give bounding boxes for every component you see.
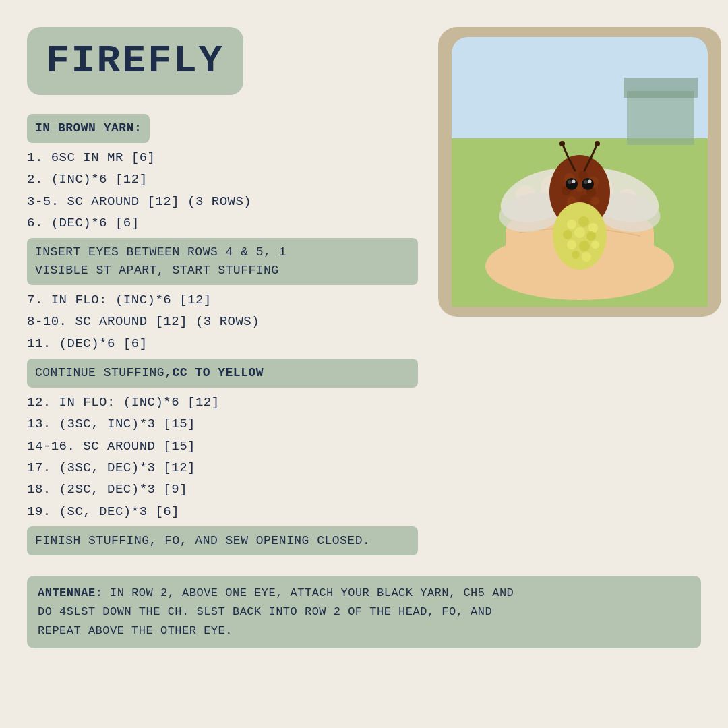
svg-point-41 — [567, 240, 576, 249]
svg-point-33 — [595, 141, 600, 146]
left-column: FIREFLY IN BROWN YARN: 1. 6SC IN MR [6] … — [27, 27, 418, 559]
svg-point-45 — [582, 252, 591, 262]
right-column — [438, 27, 721, 559]
firefly-illustration — [452, 37, 708, 307]
svg-point-44 — [572, 251, 580, 259]
page-title: FIREFLY — [46, 39, 224, 83]
continue-stuffing-text: CONTINUE STUFFING, — [35, 364, 172, 382]
svg-point-42 — [579, 241, 590, 251]
bottom-section: ANTENNAE: IN ROW 2, ABOVE ONE EYE, ATTAC… — [27, 576, 701, 648]
eyes-instruction: INSERT EYES BETWEEN ROWS 4 & 5, 1 VISIBL… — [35, 245, 286, 277]
svg-point-37 — [588, 223, 598, 233]
svg-point-28 — [568, 180, 572, 184]
page-container: FIREFLY IN BROWN YARN: 1. 6SC IN MR [6] … — [0, 0, 728, 728]
brown-yarn-label: IN BROWN YARN: — [35, 121, 142, 135]
antennae-box: ANTENNAE: IN ROW 2, ABOVE ONE EYE, ATTAC… — [27, 576, 701, 648]
svg-point-31 — [588, 180, 592, 183]
step-6: 7. IN FLO: (INC)*6 [12] — [27, 289, 418, 311]
firefly-photo — [438, 27, 721, 317]
svg-point-30 — [572, 180, 576, 183]
step-8: 11. (DEC)*6 [6] — [27, 333, 418, 355]
svg-point-38 — [563, 230, 572, 239]
step-13: 17. (3SC, DEC)*3 [12] — [27, 457, 418, 479]
svg-rect-4 — [624, 78, 698, 98]
step-3: 3-5. SC AROUND [12] (3 ROWS) — [27, 191, 418, 212]
cc-yellow-highlight: CONTINUE STUFFING, CC TO YELLOW — [27, 359, 418, 388]
step-10: 12. IN FLO: (INC)*6 [12] — [27, 392, 418, 413]
svg-rect-3 — [627, 91, 694, 145]
finish-highlight: FINISH STUFFING, FO, AND SEW OPENING CLO… — [27, 526, 418, 555]
top-section: FIREFLY IN BROWN YARN: 1. 6SC IN MR [6] … — [27, 27, 701, 559]
svg-point-43 — [591, 241, 599, 249]
svg-point-29 — [584, 180, 588, 184]
step-4: 6. (DEC)*6 [6] — [27, 212, 418, 234]
eyes-highlight: INSERT EYES BETWEEN ROWS 4 & 5, 1 VISIBL… — [27, 238, 418, 285]
title-box: FIREFLY — [27, 27, 243, 95]
svg-point-26 — [566, 178, 578, 190]
step-11: 13. (3SC, INC)*3 [15] — [27, 413, 418, 435]
svg-point-39 — [574, 227, 585, 238]
svg-point-40 — [586, 231, 596, 241]
svg-point-32 — [559, 141, 565, 146]
step-12: 14-16. SC AROUND [15] — [27, 435, 418, 457]
step-2: 2. (INC)*6 [12] — [27, 169, 418, 190]
step-7: 8-10. SC AROUND [12] (3 ROWS) — [27, 311, 418, 332]
section-highlight-brown: IN BROWN YARN: — [27, 114, 150, 143]
step-1: 1. 6SC IN MR [6] — [27, 147, 418, 169]
finish-text: FINISH STUFFING, FO, AND SEW OPENING CLO… — [35, 534, 370, 547]
antennae-instruction: IN ROW 2, ABOVE ONE EYE, ATTACH YOUR BLA… — [38, 586, 514, 637]
svg-point-27 — [582, 178, 594, 190]
step-14: 18. (2SC, DEC)*3 [9] — [27, 479, 418, 500]
cc-yellow-text: CC TO YELLOW — [172, 364, 264, 382]
svg-point-25 — [591, 197, 599, 205]
antennae-label: ANTENNAE: — [38, 586, 102, 599]
instructions-section: IN BROWN YARN: 1. 6SC IN MR [6] 2. (INC)… — [27, 110, 418, 559]
svg-point-36 — [578, 216, 589, 227]
step-15: 19. (SC, DEC)*3 [6] — [27, 501, 418, 522]
svg-point-35 — [567, 220, 576, 229]
